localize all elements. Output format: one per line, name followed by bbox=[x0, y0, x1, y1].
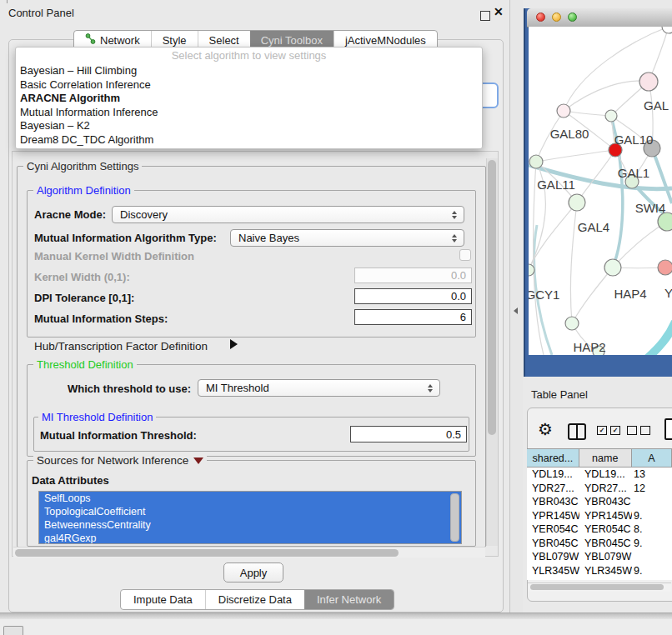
minimize-traffic-light[interactable] bbox=[552, 12, 561, 22]
network-window-titlebar[interactable] bbox=[527, 8, 672, 28]
zoom-traffic-light[interactable] bbox=[568, 12, 577, 22]
list-item[interactable]: TopologicalCoefficient bbox=[39, 505, 461, 518]
bottom-background bbox=[0, 618, 672, 635]
dpi-tolerance-field[interactable]: 0.0 bbox=[354, 288, 472, 304]
node-gal10[interactable] bbox=[605, 110, 617, 122]
node-gal4[interactable] bbox=[569, 194, 585, 211]
table-row[interactable]: YBL079WYBL079W bbox=[527, 550, 672, 564]
divider-collapse-handle[interactable] bbox=[514, 308, 518, 314]
settings-vscrollbar[interactable] bbox=[486, 158, 498, 546]
stepper-icon bbox=[452, 211, 457, 219]
corner-button[interactable] bbox=[3, 626, 23, 635]
table-hscrollbar[interactable] bbox=[528, 582, 671, 592]
dropdown-item[interactable]: ARACNE Algorithm bbox=[16, 92, 482, 106]
mi-threshold-field[interactable]: 0.5 bbox=[350, 426, 467, 442]
hscrollbar-thumb[interactable] bbox=[15, 549, 399, 557]
node-gal-partial[interactable] bbox=[639, 72, 658, 91]
table-cell: YBR043C bbox=[579, 495, 632, 509]
vscrollbar-thumb[interactable] bbox=[488, 160, 496, 435]
table-cell: YBL079W bbox=[579, 550, 632, 564]
node-hap4[interactable] bbox=[604, 259, 621, 276]
table-row[interactable]: YBR043CYBR043C bbox=[527, 495, 672, 509]
table-hscrollbar-thumb[interactable] bbox=[530, 584, 664, 590]
table-row[interactable]: YBR045CYBR045C9. bbox=[527, 537, 672, 551]
aracne-mode-select[interactable]: Discovery bbox=[112, 206, 464, 223]
file-icon[interactable] bbox=[664, 418, 672, 440]
node-label: Y bbox=[664, 286, 672, 300]
table-row[interactable]: YER054CYER054C8. bbox=[527, 522, 672, 537]
node-gal80[interactable] bbox=[557, 104, 570, 118]
table-header-cell[interactable]: shared... bbox=[527, 449, 579, 467]
list-item[interactable]: SelfLoops bbox=[39, 492, 461, 505]
table-header-row: shared...nameA bbox=[527, 448, 672, 468]
list-item[interactable]: gal4RGexp bbox=[39, 532, 461, 544]
hub-disclosure[interactable]: Hub/Transcription Factor Definition bbox=[34, 340, 208, 352]
tab-infer-network[interactable]: Infer Network bbox=[304, 590, 394, 609]
dropdown-item[interactable]: Bayesian – K2 bbox=[16, 119, 482, 133]
float-window-button[interactable] bbox=[480, 11, 490, 21]
mi-threshold-label: Mutual Information Threshold: bbox=[40, 429, 197, 442]
manual-kernel-checkbox[interactable] bbox=[459, 249, 471, 261]
settings-hscrollbar[interactable] bbox=[13, 547, 485, 558]
which-threshold-select[interactable]: MI Threshold bbox=[198, 379, 440, 397]
node-gal11[interactable] bbox=[529, 155, 543, 168]
node-label: GAL bbox=[644, 98, 669, 112]
collapse-arrow-icon[interactable] bbox=[193, 458, 203, 464]
table-row[interactable]: YDL19...YDL19...13 bbox=[527, 468, 672, 482]
stepper-icon bbox=[428, 384, 433, 392]
list-scrollbar[interactable] bbox=[450, 493, 459, 542]
table-row[interactable]: YPR145WYPR145W9. bbox=[527, 509, 672, 523]
network-edge[interactable] bbox=[572, 268, 613, 323]
dropdown-item[interactable]: Mutual Information Inference bbox=[16, 106, 482, 120]
close-panel-button[interactable]: ✕ bbox=[494, 5, 504, 18]
kernel-width-field[interactable]: 0.0 bbox=[354, 268, 472, 283]
mi-threshold-value: 0.5 bbox=[446, 428, 461, 441]
tab-impute-data[interactable]: Impute Data bbox=[121, 590, 205, 609]
network-edge[interactable] bbox=[570, 202, 577, 323]
node-right-green[interactable] bbox=[658, 212, 672, 231]
node-label: GAL11 bbox=[537, 178, 575, 192]
table-cell: YIL052C bbox=[579, 578, 632, 580]
node-top-corner[interactable] bbox=[662, 27, 672, 33]
list-item[interactable]: BetweennessCentrality bbox=[39, 518, 461, 532]
tab-discretize-data[interactable]: Discretize Data bbox=[205, 590, 304, 609]
table-row[interactable]: YDR27...YDR27...12 bbox=[527, 482, 672, 496]
dropdown-item[interactable]: Bayesian – Hill Climbing bbox=[16, 64, 482, 78]
table-cell: 9. bbox=[632, 564, 672, 578]
sources-group-title: Sources for Network Inference bbox=[33, 454, 207, 467]
mi-type-select[interactable]: Naive Bayes bbox=[230, 229, 464, 247]
cyni-settings-group-title: Cyni Algorithm Settings bbox=[23, 160, 142, 172]
node-hap2[interactable] bbox=[565, 317, 579, 330]
table-cell: YBR045C bbox=[527, 537, 579, 551]
sources-title-text: Sources for Network Inference bbox=[37, 454, 188, 467]
dropdown-item[interactable]: Basic Correlation Inference bbox=[16, 78, 482, 92]
columns-icon[interactable] bbox=[568, 423, 586, 440]
close-traffic-light[interactable] bbox=[536, 12, 545, 22]
tab-impute-data-label: Impute Data bbox=[133, 593, 193, 606]
table-cell: 9. bbox=[632, 509, 672, 523]
network-edge[interactable] bbox=[577, 150, 615, 202]
hide-columns-icon[interactable] bbox=[627, 426, 650, 435]
top-left-tick bbox=[7, 0, 8, 3]
mi-steps-field[interactable]: 6 bbox=[354, 309, 472, 325]
table-header-cell[interactable]: name bbox=[579, 449, 632, 467]
table-row[interactable]: YIL052CYIL052C9. bbox=[527, 578, 672, 580]
table-cell: 13 bbox=[632, 468, 672, 482]
table-header-cell[interactable]: A bbox=[632, 449, 672, 467]
unchecked-box-icon bbox=[640, 426, 650, 435]
apply-button[interactable]: Apply bbox=[223, 562, 283, 582]
show-columns-icon[interactable]: ✓ ✓ bbox=[597, 426, 620, 435]
data-attributes-list[interactable]: SelfLoopsTopologicalCoefficientBetweenne… bbox=[38, 491, 462, 544]
network-edge[interactable] bbox=[645, 322, 672, 355]
dropdown-item[interactable]: Dream8 DC_TDC Algorithm bbox=[16, 133, 482, 148]
network-edge[interactable] bbox=[564, 81, 649, 111]
gear-icon[interactable]: ⚙ bbox=[538, 419, 553, 439]
table-row[interactable]: YLR345WYLR345W9. bbox=[527, 564, 672, 578]
network-edge[interactable] bbox=[536, 150, 615, 162]
disclosure-arrow-icon[interactable] bbox=[230, 339, 238, 349]
dropdown-placeholder: Select algorithm to view settings bbox=[16, 49, 482, 62]
panel-divider[interactable] bbox=[510, 0, 523, 635]
network-canvas[interactable]: GALGAL80GAL10GAL1GAL11SWI4GAL4GCY1HAP4YH… bbox=[529, 27, 672, 355]
node-salmon[interactable] bbox=[658, 260, 672, 275]
kernel-width-value: 0.0 bbox=[451, 269, 466, 282]
